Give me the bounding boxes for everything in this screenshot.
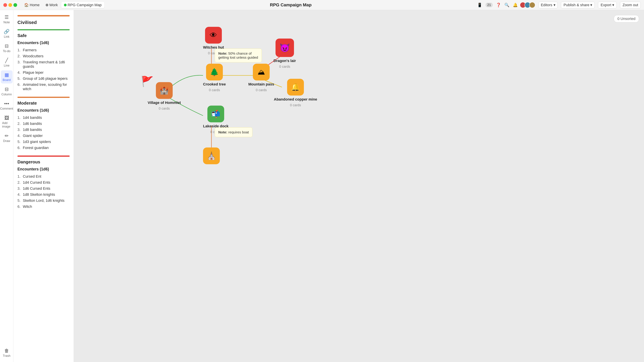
dragons-lair-count: 0 cards <box>279 65 290 69</box>
copper-mine-count: 0 cards <box>290 103 301 107</box>
todo-icon: ⊟ <box>5 43 8 49</box>
village-label: Village of Hommlet <box>148 101 181 105</box>
dangerous-bar <box>18 156 70 157</box>
tab-rpg-label: RPG Campaign Map <box>68 3 102 7</box>
lakeside-dock-icon: 📬 <box>208 106 224 122</box>
connection-lines <box>74 10 644 362</box>
sidebar-item-draw[interactable]: ✏ Draw <box>1 131 12 145</box>
list-item: 2.Woodcutters <box>18 53 70 59</box>
list-item: 3.1d8 bandits <box>18 127 70 133</box>
trash-icon: 🗑 <box>4 348 9 354</box>
tabs: 🏠 Home Work RPG Campaign Map <box>22 2 104 8</box>
fullscreen-button[interactable] <box>14 3 17 7</box>
moderate-bar <box>18 97 70 98</box>
column-icon: ⊟ <box>5 86 8 92</box>
list-item: 3.Traveling merchant & 1d6 guards <box>18 59 70 70</box>
crooked-tree-icon: 🌲 <box>206 64 223 80</box>
list-item: 1.Cursed Ent <box>18 174 70 180</box>
avatars <box>521 2 535 8</box>
list-item: 5.1d3 giant spiders <box>18 139 70 145</box>
page-title: RPG Campaign Map <box>107 2 474 7</box>
panel-main-title: Civilised <box>18 20 70 25</box>
node-crooked-tree[interactable]: 🌲 Crooked tree 0 cards <box>203 64 226 92</box>
notification-badge[interactable]: 21 <box>486 3 493 7</box>
panel-title-bar <box>18 15 70 16</box>
avatar-3 <box>529 2 535 8</box>
sidebar-item-note[interactable]: ☰ Note <box>1 13 12 26</box>
sidebar-board-label: Board <box>2 78 10 82</box>
minimize-button[interactable] <box>8 3 12 7</box>
tab-rpg-campaign-map[interactable]: RPG Campaign Map <box>61 2 104 8</box>
comment-icon: ••• <box>4 101 9 106</box>
search-icon[interactable]: 🔍 <box>504 3 510 7</box>
list-item: 6.Forest guardian <box>18 145 70 151</box>
tab-work[interactable]: Work <box>43 2 60 8</box>
safe-title: Safe <box>18 33 70 38</box>
note-icon: ☰ <box>4 14 9 20</box>
titlebar-right: 📱 21 ❓ 🔍 🔔 Editors ▾ Publish & share ▾ E… <box>477 2 641 8</box>
chevron-down-icon: ▾ <box>554 3 556 7</box>
sidebar-trash-label: Trash <box>3 354 10 358</box>
moderate-title: Moderate <box>18 101 70 106</box>
zoom-out-button[interactable]: Zoom out <box>620 2 641 8</box>
device-icon: 📱 <box>477 3 482 7</box>
export-button[interactable]: Export ▾ <box>598 2 617 8</box>
help-icon[interactable]: ❓ <box>496 3 501 7</box>
section-safe: Safe Encounters (1d6) 1.Farmers 2.Woodcu… <box>18 29 70 92</box>
canvas[interactable]: 0 Unsorted 🚩 🏰 Village of Hommlet 0 card… <box>74 10 644 362</box>
dragons-lair-label: Dragon's lair <box>274 59 296 63</box>
sidebar-item-column[interactable]: ⊟ Column <box>1 85 12 98</box>
draw-icon: ✏ <box>5 133 8 139</box>
moderate-sub-title: Encounters (1d6) <box>18 108 70 113</box>
list-item: 4.Plague leper <box>18 70 70 76</box>
sidebar-item-board[interactable]: ▦ Board <box>1 70 12 83</box>
add-image-icon: 🖼 <box>4 115 9 121</box>
note-callout-2: Note: requires boat <box>215 127 252 137</box>
node-mountain-pass[interactable]: ⛰ Mountain pass 0 cards <box>248 64 274 92</box>
titlebar: 🏠 Home Work RPG Campaign Map RPG Campaig… <box>0 0 644 10</box>
node-dragons-lair[interactable]: 😈 Dragon's lair 0 cards <box>274 38 296 69</box>
list-item: 4.1d8 Skelton knights <box>18 191 70 197</box>
node-abandoned-copper-mine[interactable]: 🔔 Abandoned copper mine 0 cards <box>274 79 317 107</box>
sidebar-item-add-image[interactable]: 🖼 Add image <box>1 113 12 130</box>
publish-share-button[interactable]: Publish & share ▾ <box>561 2 595 8</box>
sidebar-note-label: Note <box>3 21 10 24</box>
sidebar-line-label: Line <box>4 64 10 67</box>
mountain-pass-icon: ⛰ <box>253 64 270 80</box>
sidebar-item-comment[interactable]: ••• Comment <box>1 99 12 112</box>
sidebar-item-todo[interactable]: ⊟ To-do <box>1 41 12 55</box>
note2-bold: Note: <box>218 130 227 134</box>
list-item: 4.Giant spider <box>18 133 70 139</box>
list-item: 5.Skelton Lord, 1d6 knights <box>18 197 70 204</box>
sidebar-add-image-label: Add image <box>2 121 11 128</box>
sidebar-todo-label: To-do <box>3 49 10 53</box>
traffic-lights <box>3 3 17 7</box>
node-village-of-hommlet[interactable]: 🏰 Village of Hommlet 0 cards <box>148 82 181 110</box>
main-layout: ☰ Note 🔗 Link ⊟ To-do ╱ Line ▦ Board ⊟ C… <box>0 10 644 362</box>
witches-hut-icon: 👁 <box>205 27 222 44</box>
note1-bold: Note: <box>218 51 227 55</box>
link-icon: 🔗 <box>4 29 10 34</box>
publish-label: Publish & share <box>564 3 589 7</box>
sidebar-item-trash[interactable]: 🗑 Trash <box>1 346 12 359</box>
close-button[interactable] <box>3 3 7 7</box>
publish-chevron-icon: ▾ <box>590 3 592 7</box>
work-dot <box>46 4 48 6</box>
mountain-pass-label: Mountain pass <box>248 82 274 86</box>
sidebar-item-link[interactable]: 🔗 Link <box>1 27 12 40</box>
tab-work-label: Work <box>49 3 58 7</box>
list-item: 3.1d6 Cursed Ents <box>18 185 70 191</box>
unknown-icon: ⛪ <box>203 148 220 164</box>
village-icon: 🏰 <box>156 82 173 99</box>
board-icon: ▦ <box>4 72 9 78</box>
zoom-label: Zoom out <box>622 3 638 7</box>
bell-icon[interactable]: 🔔 <box>513 3 518 7</box>
tab-home-label: Home <box>30 3 40 7</box>
sidebar-item-line[interactable]: ╱ Line <box>1 56 12 69</box>
tab-home[interactable]: 🏠 Home <box>22 2 42 8</box>
crooked-tree-label: Crooked tree <box>203 82 226 86</box>
dragons-lair-icon: 😈 <box>276 38 294 57</box>
editors-button[interactable]: Editors ▾ <box>538 2 558 8</box>
node-unknown-bottom[interactable]: ⛪ <box>203 148 220 164</box>
sidebar: ☰ Note 🔗 Link ⊟ To-do ╱ Line ▦ Board ⊟ C… <box>0 10 14 362</box>
